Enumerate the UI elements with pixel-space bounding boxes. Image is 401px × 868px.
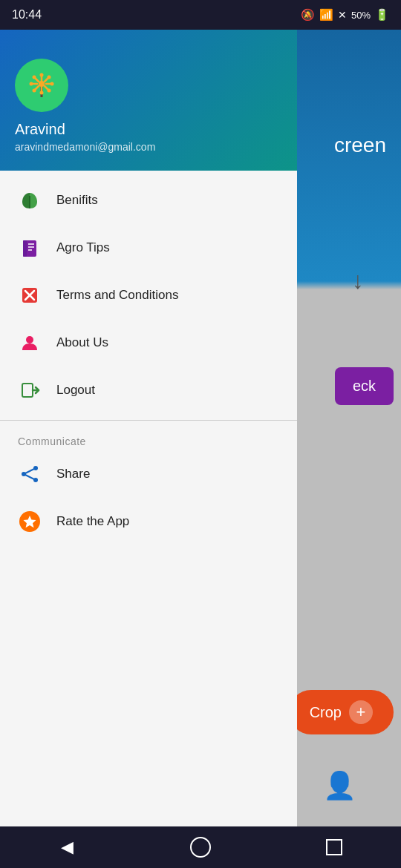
svg-point-17 — [50, 82, 54, 86]
svg-point-15 — [48, 76, 51, 79]
bg-crop-label: Crop — [310, 704, 342, 721]
notification-icon: 🔕 — [301, 8, 315, 22]
plus-circle-icon: + — [349, 700, 373, 724]
benefits-label: Benifits — [56, 193, 98, 208]
star-icon — [18, 510, 42, 533]
svg-point-27 — [26, 336, 33, 343]
drawer-user-name: Aravind — [15, 121, 65, 138]
bg-crop-button[interactable]: Crop + — [289, 690, 394, 734]
menu-divider — [0, 420, 297, 421]
menu-item-agro-tips[interactable]: Agro Tips — [0, 224, 297, 272]
home-icon — [190, 837, 211, 858]
share-icon — [18, 462, 42, 486]
about-us-label: About Us — [56, 335, 108, 350]
drawer-user-email: aravindmedamoni@gmail.com — [15, 141, 155, 153]
avatar — [15, 59, 68, 112]
bg-person-icon: 👤 — [323, 770, 356, 801]
navigation-bar: ◀ — [0, 826, 401, 868]
recent-icon — [326, 839, 342, 855]
menu-item-logout[interactable]: Logout — [0, 366, 297, 414]
status-icons: 🔕 📶 ✕ 50% 🔋 — [301, 8, 389, 22]
back-button[interactable]: ◀ — [45, 832, 89, 862]
signal-icon: ✕ — [338, 9, 347, 21]
battery-text: 50% — [351, 10, 371, 21]
menu-item-share[interactable]: Share — [0, 450, 297, 498]
menu-item-rate-app[interactable]: Rate the App — [0, 498, 297, 545]
navigation-drawer: Aravind aravindmedamoni@gmail.com Benifi… — [0, 30, 297, 868]
person-icon — [18, 331, 42, 355]
book-icon — [18, 236, 42, 260]
wifi-icon: 📶 — [319, 8, 333, 22]
svg-point-11 — [40, 91, 44, 95]
back-icon: ◀ — [61, 838, 74, 857]
agro-tips-label: Agro Tips — [56, 240, 110, 255]
status-bar: 10:44 🔕 📶 ✕ 50% 🔋 — [0, 0, 401, 30]
home-button[interactable] — [178, 832, 223, 862]
svg-point-16 — [30, 82, 33, 86]
recent-button[interactable] — [312, 832, 356, 862]
share-label: Share — [56, 467, 90, 481]
rate-app-label: Rate the App — [56, 514, 129, 529]
svg-rect-20 — [23, 240, 27, 257]
bg-check-button[interactable]: eck — [335, 367, 394, 405]
svg-line-34 — [24, 474, 36, 480]
menu-item-benefits[interactable]: Benifits — [0, 177, 297, 224]
bg-screen-text: creen — [334, 134, 386, 157]
bg-check-label: eck — [353, 378, 376, 394]
cross-icon — [18, 283, 42, 307]
terms-label: Terms and Conditions — [56, 288, 178, 303]
battery-icon: 🔋 — [375, 8, 389, 22]
drawer-menu: Benifits Agro Tips — [0, 171, 297, 868]
leaf-icon — [18, 188, 42, 212]
svg-rect-28 — [22, 384, 33, 397]
svg-line-33 — [24, 468, 36, 474]
communicate-section-header: Communicate — [0, 427, 297, 450]
drawer-header: Aravind aravindmedamoni@gmail.com — [0, 30, 297, 171]
status-time: 10:44 — [12, 8, 42, 22]
svg-point-14 — [33, 89, 36, 93]
menu-item-terms[interactable]: Terms and Conditions — [0, 272, 297, 319]
logout-icon — [18, 378, 42, 402]
menu-item-about-us[interactable]: About Us — [0, 319, 297, 366]
svg-point-12 — [33, 76, 36, 79]
svg-point-10 — [40, 73, 44, 77]
svg-point-13 — [48, 89, 51, 93]
logout-label: Logout — [56, 383, 95, 398]
bg-arrow-icon: ↓ — [352, 267, 364, 295]
